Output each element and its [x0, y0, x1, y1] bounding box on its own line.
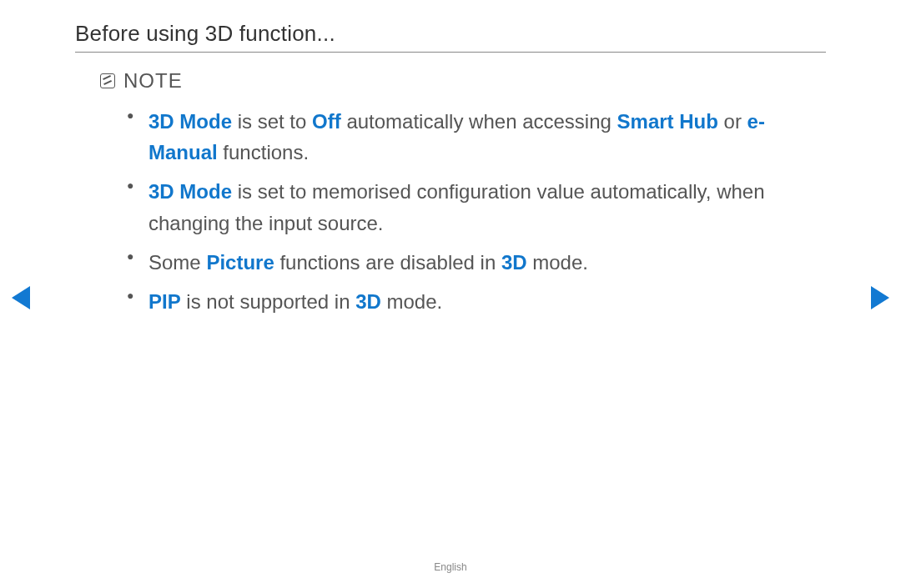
next-page-arrow[interactable]: [871, 286, 889, 309]
list-item: 3D Mode is set to memorised configuratio…: [127, 176, 826, 238]
highlight-text: PIP: [148, 290, 181, 313]
page-content: Before using 3D function... NOTE 3D Mode…: [0, 0, 901, 317]
body-text: is not supported in: [181, 290, 355, 313]
body-text: or: [718, 110, 747, 133]
body-text: functions are disabled in: [274, 251, 501, 274]
body-text: Some: [148, 251, 206, 274]
body-text: automatically when accessing: [341, 110, 617, 133]
highlight-text: 3D Mode: [148, 110, 232, 133]
highlight-text: 3D: [355, 290, 381, 313]
list-item: PIP is not supported in 3D mode.: [127, 286, 826, 317]
body-text: mode.: [381, 290, 442, 313]
body-text: is set to: [232, 110, 312, 133]
body-text: mode.: [527, 251, 588, 274]
body-text: is set to memorised configuration value …: [148, 180, 765, 234]
body-text: functions.: [218, 141, 309, 163]
highlight-text: 3D: [501, 251, 527, 274]
highlight-text: Smart Hub: [617, 110, 718, 133]
footer-language: English: [0, 561, 901, 573]
list-item: Some Picture functions are disabled in 3…: [127, 247, 826, 278]
note-section: NOTE 3D Mode is set to Off automatically…: [75, 68, 826, 317]
highlight-text: Off: [312, 110, 341, 133]
previous-page-arrow[interactable]: [12, 286, 30, 309]
page-heading: Before using 3D function...: [75, 21, 826, 53]
note-header: NOTE: [100, 69, 826, 93]
highlight-text: Picture: [206, 251, 274, 274]
bullet-list: 3D Mode is set to Off automatically when…: [100, 106, 826, 317]
highlight-text: 3D Mode: [148, 180, 232, 203]
list-item: 3D Mode is set to Off automatically when…: [127, 106, 826, 168]
note-icon: [100, 73, 115, 88]
note-label: NOTE: [123, 69, 183, 93]
